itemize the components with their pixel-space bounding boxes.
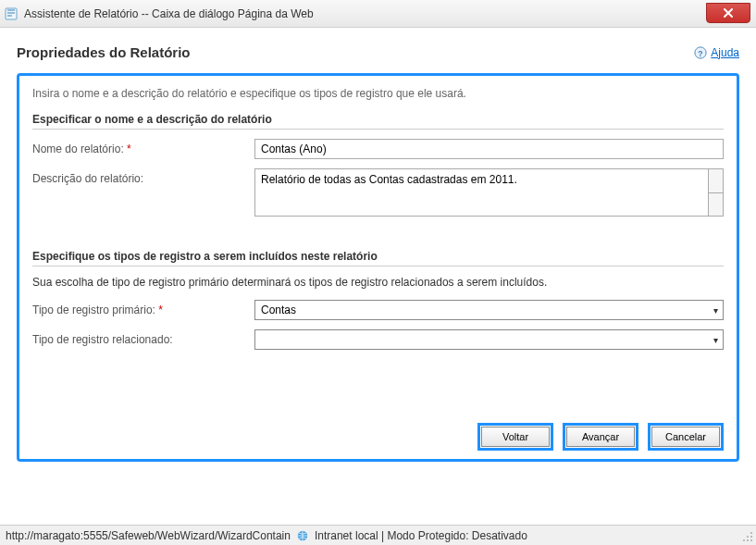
report-desc-textarea[interactable]: Relatório de todas as Contas cadastradas… bbox=[254, 168, 709, 217]
row-report-name: Nome do relatório: * bbox=[32, 139, 724, 159]
primary-type-select[interactable]: Contas bbox=[254, 300, 724, 320]
svg-point-6 bbox=[750, 536, 752, 538]
back-button[interactable]: Voltar bbox=[481, 427, 550, 447]
row-related-type: Tipo de registro relacionado: ▾ bbox=[32, 329, 724, 350]
network-zone-icon bbox=[296, 529, 309, 542]
svg-point-5 bbox=[747, 536, 749, 538]
next-button[interactable]: Avançar bbox=[566, 427, 635, 447]
page-title: Propriedades do Relatório bbox=[17, 44, 191, 60]
help-icon: ? bbox=[694, 46, 707, 59]
svg-point-9 bbox=[750, 539, 752, 541]
statusbar: http://maragato:5555/Safeweb/WebWizard/W… bbox=[0, 525, 756, 545]
report-name-input[interactable] bbox=[254, 139, 724, 159]
form-panel: Insira o nome e a descrição do relatório… bbox=[17, 73, 739, 462]
help-link[interactable]: ? Ajuda bbox=[694, 46, 739, 59]
required-asterisk: * bbox=[127, 142, 131, 155]
window-title: Assistente de Relatório -- Caixa de diál… bbox=[24, 7, 706, 20]
section1-header: Especificar o nome e a descrição do rela… bbox=[32, 113, 724, 130]
required-asterisk: * bbox=[158, 303, 163, 316]
svg-point-7 bbox=[743, 539, 745, 541]
button-row: Voltar Avançar Cancelar bbox=[19, 423, 737, 459]
titlebar: Assistente de Relatório -- Caixa de diál… bbox=[0, 0, 756, 28]
svg-text:?: ? bbox=[699, 48, 703, 57]
label-report-name: Nome do relatório: * bbox=[32, 139, 254, 155]
row-report-desc: Descrição do relatório: Relatório de tod… bbox=[32, 168, 724, 217]
svg-point-8 bbox=[747, 539, 749, 541]
status-zone: Intranet local | Modo Protegido: Desativ… bbox=[315, 529, 527, 542]
intro-text: Insira o nome e a descrição do relatório… bbox=[32, 87, 724, 100]
row-primary-type: Tipo de registro primário: * Contas ▾ bbox=[32, 300, 724, 320]
status-url: http://maragato:5555/Safeweb/WebWizard/W… bbox=[6, 529, 291, 542]
label-report-desc: Descrição do relatório: bbox=[32, 168, 254, 185]
back-button-outline: Voltar bbox=[477, 423, 553, 451]
page-header: Propriedades do Relatório ? Ajuda bbox=[17, 44, 739, 60]
app-icon bbox=[4, 6, 19, 21]
section2-header: Especifique os tipos de registro a serem… bbox=[32, 250, 724, 266]
textarea-scrollbar[interactable] bbox=[709, 168, 724, 217]
svg-point-4 bbox=[750, 532, 752, 534]
label-primary-type: Tipo de registro primário: * bbox=[32, 300, 254, 316]
resize-grip[interactable] bbox=[742, 531, 753, 542]
next-button-outline: Avançar bbox=[563, 423, 638, 451]
cancel-button[interactable]: Cancelar bbox=[651, 427, 720, 447]
help-label: Ajuda bbox=[711, 46, 739, 59]
cancel-button-outline: Cancelar bbox=[648, 423, 724, 451]
related-type-select[interactable] bbox=[254, 329, 724, 350]
content-area: Propriedades do Relatório ? Ajuda Insira… bbox=[0, 28, 756, 518]
label-related-type: Tipo de registro relacionado: bbox=[32, 329, 254, 346]
section2-subtext: Sua escolha de tipo de registro primário… bbox=[32, 276, 724, 289]
close-button[interactable] bbox=[706, 3, 750, 23]
